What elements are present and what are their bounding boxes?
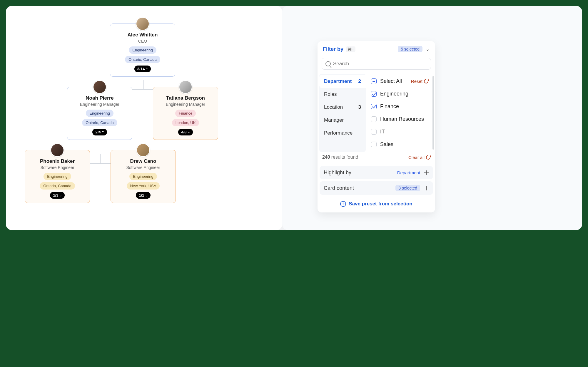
avatar bbox=[179, 80, 192, 94]
org-node[interactable]: Tatiana Bergson Engineering Manager Fina… bbox=[153, 87, 218, 140]
tag-location: London, UK bbox=[172, 119, 199, 126]
highlight-value: Department bbox=[397, 170, 420, 175]
filter-category-location[interactable]: Location3 bbox=[319, 101, 366, 114]
select-all-label: Select All bbox=[380, 78, 402, 84]
option-label: IT bbox=[380, 129, 385, 135]
clear-all-button[interactable]: Clear all bbox=[408, 155, 430, 160]
node-name: Phoenix Baker bbox=[29, 158, 86, 164]
option-label: Human Resources bbox=[380, 116, 424, 122]
search-input-wrapper[interactable] bbox=[322, 58, 431, 70]
tag-location: Ontario, Canada bbox=[40, 182, 75, 190]
section-label: Card content bbox=[324, 185, 354, 191]
org-node-root[interactable]: Alec Whitten CEO Engineering Ontario, Ca… bbox=[110, 24, 175, 77]
org-chart-panel: Alec Whitten CEO Engineering Ontario, Ca… bbox=[6, 6, 282, 230]
chevron-down-icon: ⌄ bbox=[145, 194, 148, 197]
option-label: Finance bbox=[380, 103, 399, 110]
tag-department: Engineering bbox=[86, 110, 113, 117]
reload-icon bbox=[425, 154, 431, 160]
checkbox[interactable] bbox=[371, 91, 377, 97]
tag-location: Ontario, Canada bbox=[82, 119, 117, 126]
node-role: Software Engineer bbox=[29, 165, 86, 170]
chevron-down-icon: ⌄ bbox=[188, 130, 190, 134]
node-name: Drew Cano bbox=[115, 158, 171, 164]
option-label: Sales bbox=[380, 141, 393, 148]
filter-categories: Department2 Roles Location3 Manager Perf… bbox=[319, 74, 366, 152]
node-role: Software Engineer bbox=[115, 165, 171, 170]
filter-category-manager[interactable]: Manager bbox=[319, 114, 366, 127]
highlight-section[interactable]: Highlight by Department bbox=[320, 166, 433, 179]
tag-department: Engineering bbox=[129, 46, 156, 54]
node-name: Alec Whitten bbox=[114, 32, 171, 38]
avatar bbox=[136, 143, 150, 157]
expand-counter[interactable]: 2/4⌃ bbox=[92, 129, 107, 135]
plus-circle-icon bbox=[340, 201, 346, 207]
org-node[interactable]: Drew Cano Software Engineer Engineering … bbox=[111, 150, 176, 203]
avatar bbox=[51, 143, 64, 157]
filter-header: Filter by ⌘F 5 selected ⌄ bbox=[318, 41, 435, 57]
checkbox[interactable] bbox=[371, 129, 377, 135]
org-node[interactable]: Phoenix Baker Software Engineer Engineer… bbox=[25, 150, 90, 203]
plus-icon[interactable] bbox=[424, 185, 429, 191]
search-input[interactable] bbox=[333, 61, 427, 67]
checkbox[interactable] bbox=[371, 116, 377, 122]
checkbox[interactable] bbox=[371, 142, 377, 147]
node-role: CEO bbox=[114, 39, 171, 43]
card-content-section[interactable]: Card content 3 selected bbox=[320, 181, 433, 195]
avatar bbox=[93, 80, 106, 94]
filter-panel-area: Filter by ⌘F 5 selected ⌄ Department2 Ro… bbox=[282, 6, 582, 230]
node-role: Engineering Manager bbox=[157, 102, 214, 107]
search-icon bbox=[325, 61, 331, 66]
tag-location: Ontario, Canada bbox=[125, 56, 160, 63]
node-name: Noah Pierre bbox=[71, 95, 128, 101]
chevron-up-icon: ⌃ bbox=[102, 130, 104, 134]
chevron-down-icon[interactable]: ⌄ bbox=[425, 46, 430, 52]
chevron-down-icon: ⌄ bbox=[59, 194, 62, 197]
filter-category-department[interactable]: Department2 bbox=[319, 75, 366, 88]
expand-counter[interactable]: 3/14⌃ bbox=[134, 66, 151, 72]
avatar bbox=[136, 17, 149, 31]
tag-department: Engineering bbox=[129, 173, 157, 180]
option-label: Engineering bbox=[380, 91, 408, 97]
node-role: Engineering Manager bbox=[71, 102, 128, 107]
chevron-up-icon: ⌃ bbox=[146, 67, 148, 71]
expand-counter[interactable]: 1/3⌄ bbox=[50, 192, 64, 199]
selected-count-badge: 5 selected bbox=[398, 46, 422, 52]
scrollbar[interactable] bbox=[432, 76, 434, 150]
node-name: Tatiana Bergson bbox=[157, 95, 214, 101]
org-node[interactable]: Noah Pierre Engineering Manager Engineer… bbox=[67, 87, 132, 140]
tag-department: Engineering bbox=[44, 173, 71, 180]
shortcut-badge: ⌘F bbox=[346, 46, 355, 52]
tag-location: New York, USA bbox=[127, 182, 160, 190]
plus-icon[interactable] bbox=[424, 170, 429, 175]
checkbox[interactable] bbox=[371, 104, 377, 109]
expand-counter[interactable]: 1/1⌄ bbox=[136, 192, 150, 199]
filter-box: Filter by ⌘F 5 selected ⌄ Department2 Ro… bbox=[318, 41, 435, 212]
section-label: Highlight by bbox=[324, 170, 351, 176]
reset-button[interactable]: Reset bbox=[411, 79, 428, 84]
select-all-checkbox[interactable] bbox=[371, 78, 377, 84]
card-content-badge: 3 selected bbox=[395, 185, 420, 191]
filter-category-roles[interactable]: Roles bbox=[319, 88, 366, 101]
expand-counter[interactable]: 4/8⌄ bbox=[178, 129, 193, 135]
filter-options: Select All Reset Engineering Finance Hum… bbox=[366, 74, 432, 152]
tag-department: Finance bbox=[175, 110, 196, 117]
results-count: 240results found bbox=[322, 155, 358, 160]
filter-category-performance[interactable]: Performance bbox=[319, 127, 366, 140]
reload-icon bbox=[423, 78, 429, 84]
save-preset-button[interactable]: Save preset from selection bbox=[340, 201, 412, 207]
filter-title: Filter by bbox=[323, 46, 343, 52]
